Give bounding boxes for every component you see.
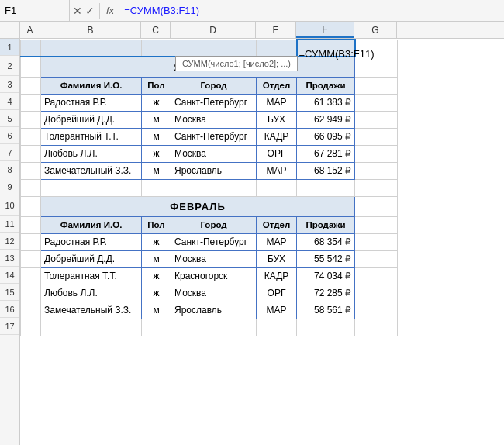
cell-a10[interactable] [21,196,41,216]
cell-g11[interactable] [355,216,398,233]
cell-a14[interactable] [21,267,41,285]
cell-d7[interactable]: Москва [171,145,257,162]
cell-c9[interactable] [142,179,171,196]
cell-g6[interactable] [355,128,398,145]
row-header-14[interactable]: 14 [0,267,19,284]
col-header-f[interactable]: F [296,22,354,38]
cell-e13[interactable]: БУХ [257,250,297,267]
row-header-10[interactable]: 10 [0,195,19,216]
cell-e1[interactable] [257,40,297,57]
cell-a12[interactable] [21,233,41,250]
cell-g10[interactable] [355,196,398,216]
cell-a15[interactable] [21,285,41,302]
row-header-16[interactable]: 16 [0,301,19,318]
cell-f9[interactable] [297,179,355,196]
col-header-a[interactable]: A [20,22,40,38]
col-header-d[interactable]: D [171,22,256,38]
cell-a16[interactable] [21,302,41,319]
cell-f1[interactable]: =СУММ(B3:F11) [297,40,355,57]
cell-e11[interactable]: Отдел [257,216,297,233]
cell-d11[interactable]: Город [171,216,257,233]
cell-b12[interactable]: Радостная Р.Р. [41,233,142,250]
cell-g15[interactable] [355,285,398,302]
cell-d3[interactable]: Город [171,77,257,94]
cell-b5[interactable]: Добрейший Д.Д. [41,111,142,128]
confirm-formula-icon[interactable]: ✓ [85,5,95,17]
cell-e15[interactable]: ОРГ [257,285,297,302]
cell-c16[interactable]: м [142,302,171,319]
cell-b17[interactable] [41,319,142,336]
cell-g13[interactable] [355,250,398,267]
row-header-17[interactable]: 17 [0,318,19,335]
cell-b1[interactable] [41,40,142,57]
cell-a4[interactable] [21,94,41,111]
cell-a9[interactable] [21,179,41,196]
cell-d16[interactable]: Ярославль [171,302,257,319]
cell-f11[interactable]: Продажи [297,216,355,233]
cell-b8[interactable]: Замечательный З.З. [41,162,142,179]
cell-g4[interactable] [355,94,398,111]
cell-e3[interactable]: Отдел [257,77,297,94]
cell-a3[interactable] [21,77,41,94]
row-header-13[interactable]: 13 [0,250,19,267]
cell-b16[interactable]: Замечательный З.З. [41,302,142,319]
cell-g5[interactable] [355,111,398,128]
cell-f13[interactable]: 55 542 ₽ [297,250,355,267]
cell-f17[interactable] [297,319,355,336]
cell-g7[interactable] [355,145,398,162]
cell-d12[interactable]: Санкт-Петербург [171,233,257,250]
cancel-formula-icon[interactable]: ✕ [73,5,82,17]
cell-f16[interactable]: 58 561 ₽ [297,302,355,319]
cell-f7[interactable]: 67 281 ₽ [297,145,355,162]
cell-e8[interactable]: МАР [257,162,297,179]
col-header-g[interactable]: G [354,22,397,38]
cell-f4[interactable]: 61 383 ₽ [297,94,355,111]
cell-c15[interactable]: ж [142,285,171,302]
row-header-7[interactable]: 7 [0,144,19,161]
cell-c4[interactable]: ж [142,94,171,111]
row-header-11[interactable]: 11 [0,216,19,233]
cell-b15[interactable]: Любовь Л.Л. [41,285,142,302]
cell-c7[interactable]: ж [142,145,171,162]
cell-e17[interactable] [257,319,297,336]
cell-name-box[interactable]: F1 [0,0,70,21]
formula-input[interactable]: =СУММ(B3:F11) [119,5,504,16]
cell-a1[interactable] [21,40,41,57]
cell-c6[interactable]: м [142,128,171,145]
cell-d6[interactable]: Санкт-Петербург [171,128,257,145]
cell-e7[interactable]: ОРГ [257,145,297,162]
cell-g16[interactable] [355,302,398,319]
cell-a2[interactable] [21,57,41,77]
row-header-5[interactable]: 5 [0,110,19,127]
cell-c12[interactable]: ж [142,233,171,250]
cell-c3[interactable]: Пол [142,77,171,94]
cell-a11[interactable] [21,216,41,233]
cell-g9[interactable] [355,179,398,196]
cell-a5[interactable] [21,111,41,128]
row-header-8[interactable]: 8 [0,161,19,178]
cell-e9[interactable] [257,179,297,196]
cell-a6[interactable] [21,128,41,145]
row-header-3[interactable]: 3 [0,76,19,93]
cell-e5[interactable]: БУХ [257,111,297,128]
cell-c14[interactable]: ж [142,267,171,285]
cell-b11[interactable]: Фамилия И.О. [41,216,142,233]
cell-d13[interactable]: Москва [171,250,257,267]
cell-a7[interactable] [21,145,41,162]
cell-b13[interactable]: Добрейший Д.Д. [41,250,142,267]
col-header-c[interactable]: C [141,22,171,38]
cell-d8[interactable]: Ярославль [171,162,257,179]
cell-d15[interactable]: Москва [171,285,257,302]
cell-e16[interactable]: МАР [257,302,297,319]
cell-g17[interactable] [355,319,398,336]
cell-d4[interactable]: Санкт-Петербург [171,94,257,111]
cell-d5[interactable]: Москва [171,111,257,128]
cell-g12[interactable] [355,233,398,250]
cell-c17[interactable] [142,319,171,336]
row-header-4[interactable]: 4 [0,93,19,110]
row-header-2[interactable]: 2 [0,56,19,76]
cell-f6[interactable]: 66 095 ₽ [297,128,355,145]
cell-c11[interactable]: Пол [142,216,171,233]
cell-g3[interactable] [355,77,398,94]
cell-g8[interactable] [355,162,398,179]
